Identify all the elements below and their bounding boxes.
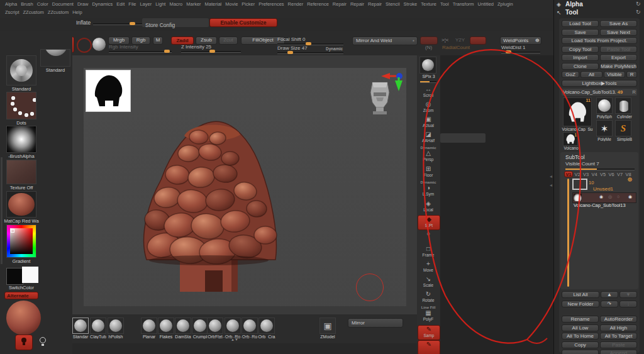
- menu-render[interactable]: Render: [288, 1, 304, 8]
- brush-switchcolor[interactable]: [6, 267, 36, 284]
- y2y-button[interactable]: Y2Y: [455, 37, 465, 43]
- menu-texture[interactable]: Texture: [421, 1, 436, 8]
- move-toggle-icon[interactable]: ○: [617, 194, 619, 199]
- subtool-action-rename[interactable]: Rename: [562, 316, 599, 323]
- subtool-item2[interactable]: ◉ ◎ ○ ◉: [572, 192, 636, 203]
- menu-zscript[interactable]: Zscript: [5, 9, 19, 16]
- left-scroll-rail[interactable]: [1, 157, 3, 264]
- tool-btn-make-polymesh3d[interactable]: Make PolyMesh3D: [600, 63, 637, 70]
- floor-button[interactable]: ⊞Floor: [418, 165, 439, 179]
- tool-btn-export[interactable]: Export: [600, 54, 637, 61]
- lasso-icon[interactable]: [77, 38, 92, 53]
- move-button[interactable]: +Move: [418, 260, 439, 274]
- subtool-action-all-to-home[interactable]: All To Home: [562, 333, 599, 340]
- brush-scroll-hint[interactable]: ▲▼: [214, 337, 255, 342]
- tool-palette-header[interactable]: Tool: [565, 9, 578, 16]
- menu-reference[interactable]: Reference: [307, 1, 329, 8]
- menu-picker[interactable]: Picker: [242, 1, 255, 8]
- s-pt-button[interactable]: ◆S.Pt: [418, 215, 440, 230]
- tool-btn-save-next[interactable]: Save Next: [600, 29, 637, 36]
- aahalf-button[interactable]: ◪AAHalf: [418, 131, 439, 145]
- actual-button[interactable]: ▣Actual: [418, 116, 439, 130]
- menu-draw[interactable]: Draw: [77, 1, 89, 8]
- subtool-action-all-high[interactable]: All High: [600, 324, 637, 331]
- current-material-sphere[interactable]: [6, 301, 41, 335]
- tool-thumb-big[interactable]: 11: [563, 97, 592, 126]
- subtool-item-frame-icon[interactable]: [572, 179, 587, 190]
- bottom-brush-orb-ro[interactable]: [225, 318, 241, 334]
- menu-preferences[interactable]: Preferences: [258, 1, 284, 8]
- tool-btn-load-tools-from-project[interactable]: Load Tools From Project.: [562, 37, 637, 44]
- tool-btn-r[interactable]: R: [626, 71, 637, 78]
- subtool-action-all-to-target[interactable]: All To Target: [600, 333, 637, 340]
- enable-customize-button[interactable]: Enable Customize: [209, 18, 277, 27]
- z-intensity-slider[interactable]: [181, 51, 241, 53]
- bottom-brush-standar[interactable]: [72, 318, 89, 334]
- spix-thumb[interactable]: [419, 57, 436, 74]
- rgb-intensity-slider[interactable]: [109, 51, 172, 53]
- brush-texture-off[interactable]: [6, 160, 36, 184]
- subtool-tab-v3[interactable]: V3: [583, 172, 589, 177]
- store-config-button[interactable]: Store Config: [142, 18, 209, 27]
- subtool-action-autoreorder[interactable]: AutoReorder: [600, 316, 637, 323]
- menu-document[interactable]: Document: [52, 1, 74, 8]
- menu-layer[interactable]: Layer: [140, 1, 152, 8]
- draw-size-slider[interactable]: [277, 52, 343, 54]
- tool-refresh-icon[interactable]: ↻: [636, 9, 641, 15]
- alpha-preview[interactable]: [86, 70, 131, 112]
- subtool-action-all-low[interactable]: All Low: [562, 324, 599, 331]
- current-tool-r-button[interactable]: R: [633, 89, 636, 96]
- subtool-tab-v6[interactable]: V6: [609, 172, 614, 177]
- tool-thumb-polysphere[interactable]: [596, 97, 613, 114]
- dynamic-label[interactable]: Dynamic: [326, 47, 343, 51]
- brush-standard-top[interactable]: [40, 49, 70, 67]
- menu-alpha[interactable]: Alpha: [5, 1, 17, 8]
- tool-btn-save[interactable]: Save: [562, 29, 599, 36]
- subtool-tab-v4[interactable]: V4: [592, 172, 597, 177]
- tool-btn-load-tool[interactable]: Load Tool: [562, 20, 599, 27]
- menu-edit[interactable]: Edit: [116, 1, 125, 8]
- samp-button[interactable]: ✎Samp: [418, 325, 440, 340]
- menu-repair[interactable]: Repair: [368, 1, 382, 8]
- menu-untitled[interactable]: Untitled: [478, 1, 494, 8]
- weld-dist-slider[interactable]: [501, 52, 540, 53]
- menu-macro[interactable]: Macro: [169, 1, 182, 8]
- brush-dots[interactable]: [6, 92, 36, 119]
- tray-collapse-handle[interactable]: ◂◂: [548, 172, 553, 191]
- tool-btn-lightbox-tools[interactable]: Lightbox▶Tools: [562, 80, 637, 87]
- bottom-brush-damsta[interactable]: [175, 318, 191, 334]
- bottom-brush-planar[interactable]: [141, 318, 157, 334]
- tool-thumb-small[interactable]: 1: [563, 132, 578, 146]
- polyf-button[interactable]: Line Fill▦PolyF: [418, 306, 439, 324]
- tool-btn-copy-tool[interactable]: Copy Tool: [562, 46, 599, 53]
- weld-points-button[interactable]: WeldPoints ☸: [500, 36, 541, 45]
- tool-btn-import[interactable]: Import: [562, 54, 599, 61]
- subtool-list-item[interactable]: ▲: [601, 291, 618, 298]
- subtool-list-new-folder[interactable]: New Folder: [562, 301, 599, 307]
- eye-icon[interactable]: ◉: [599, 194, 603, 199]
- tool-thumb-polymesh-star[interactable]: ✶: [596, 120, 613, 136]
- menu-marker[interactable]: Marker: [186, 1, 201, 8]
- persp-button[interactable]: Dynamic△Persp: [418, 146, 439, 164]
- brush-gradient[interactable]: [6, 224, 36, 258]
- mirror-and-weld-button[interactable]: Mirror And Weld ▪: [352, 36, 418, 45]
- local-button[interactable]: ◈Local: [418, 200, 439, 214]
- subtool-header[interactable]: SubTool: [565, 154, 585, 160]
- subtool-list-item[interactable]: ↓: [619, 301, 637, 307]
- mirror-button[interactable]: Mirror: [348, 318, 403, 328]
- lightbulb-on-button[interactable]: [15, 335, 33, 350]
- subtool-list-item[interactable]: ▼: [619, 291, 637, 298]
- alternate-button[interactable]: Alternate: [4, 292, 38, 299]
- menu-light[interactable]: Light: [155, 1, 165, 8]
- subtool-list-item[interactable]: ↷: [601, 301, 618, 307]
- mirror-weld-apply-button[interactable]: [470, 36, 486, 45]
- subtool-action-blank[interactable]: [562, 350, 599, 354]
- pivot-button[interactable]: ○: [418, 230, 439, 244]
- menu-movie[interactable]: Movie: [225, 1, 238, 8]
- switch-white-swatch[interactable]: [22, 267, 38, 283]
- tool-btn-paste-tool[interactable]: Paste Tool: [600, 46, 637, 53]
- tool-btn-clone[interactable]: Clone: [562, 63, 599, 70]
- zcut-button[interactable]: Zcut: [219, 36, 238, 45]
- bottom-brush-orb-ro[interactable]: [242, 318, 258, 334]
- menu-repair[interactable]: Repair: [350, 1, 364, 8]
